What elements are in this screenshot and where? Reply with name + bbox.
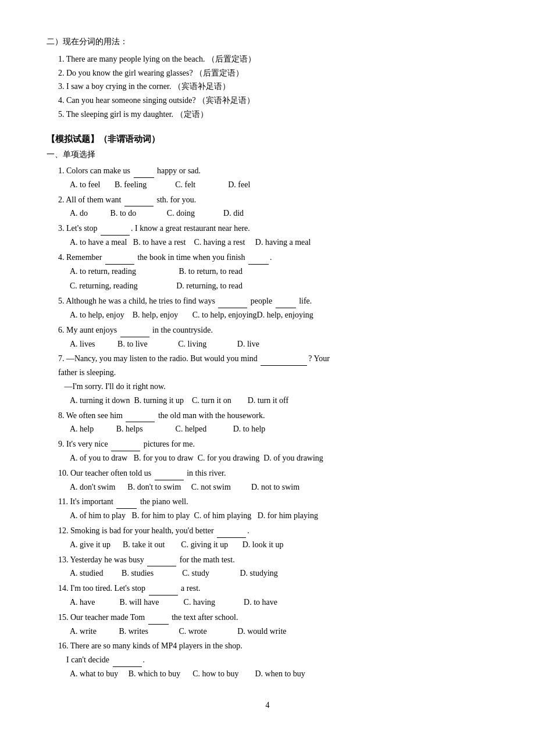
intro-example-5: 5. The sleeping girl is my daughter. （定语… <box>58 108 488 122</box>
q16-textA: 16. There are so many kinds of MP4 playe… <box>58 639 488 653</box>
q5-options: A. to help, enjoy B. help, enjoy C. to h… <box>70 308 488 322</box>
q7-options: A. turning it down B. turning it up C. t… <box>70 394 488 408</box>
main-section: 【模拟试题】（非谓语动词） 一、单项选择 1. Colors can make … <box>47 132 488 681</box>
question-13: 13. Yesterday he was busy for the math t… <box>58 553 488 581</box>
q10-text: 10. Our teacher often told us in this ri… <box>58 466 488 480</box>
intro-examples: 1. There are many people lying on the be… <box>58 52 488 122</box>
q16-textB: I can't decide . <box>58 653 488 667</box>
q12-text: 12. Smoking is bad for your health, you'… <box>58 524 488 538</box>
q7-textC: —I'm sorry. I'll do it right now. <box>58 380 488 394</box>
q11-options: A. of him to play B. for him to play C. … <box>70 509 488 523</box>
q16-options: A. what to buy B. which to buy C. how to… <box>70 667 488 681</box>
question-9: 9. It's very nice pictures for me. A. of… <box>58 437 488 465</box>
q6-options: A. lives B. to live C. living D. live <box>70 337 488 351</box>
q4-optionsAB: A. to return, reading B. to return, to r… <box>70 265 488 279</box>
q8-text: 8. We often see him the old man with the… <box>58 409 488 423</box>
q9-options: A. of you to draw B. for you to draw C. … <box>70 451 488 465</box>
q2-options: A. do B. to do C. doing D. did <box>70 206 488 220</box>
question-8: 8. We often see him the old man with the… <box>58 409 488 437</box>
question-12: 12. Smoking is bad for your health, you'… <box>58 524 488 552</box>
question-3: 3. Let's stop . I know a great restauran… <box>58 222 488 249</box>
q13-text: 13. Yesterday he was busy for the math t… <box>58 553 488 567</box>
question-15: 15. Our teacher made Tom the text after … <box>58 611 488 639</box>
q4-blank2 <box>248 264 269 265</box>
question-7: 7. —Nancy, you may listen to the radio. … <box>58 352 488 407</box>
question-1: 1. Colors can make us happy or sad. A. t… <box>58 164 488 192</box>
intro-example-2: 2. Do you know the girl wearing glasses?… <box>58 66 488 80</box>
q14-text: 14. I'm too tired. Let's stop a rest. <box>58 582 488 595</box>
q12-options: A. give it up B. take it out C. giving i… <box>70 538 488 552</box>
question-10: 10. Our teacher often told us in this ri… <box>58 466 488 494</box>
q3-options: A. to have a meal B. to have a rest C. h… <box>70 236 488 249</box>
intro-example-4: 4. Can you hear someone singing outside?… <box>58 94 488 108</box>
q2-text: 2. All of them want sth. for you. <box>58 193 488 207</box>
q3-text: 3. Let's stop . I know a great restauran… <box>58 222 488 236</box>
intro-title: 二）现在分词的用法： <box>47 35 488 49</box>
q4-text: 4. Remember the book in time when you fi… <box>58 251 488 265</box>
section-title: 【模拟试题】（非谓语动词） <box>47 132 488 147</box>
question-4: 4. Remember the book in time when you fi… <box>58 251 488 293</box>
q9-text: 9. It's very nice pictures for me. <box>58 437 488 451</box>
question-16: 16. There are so many kinds of MP4 playe… <box>58 639 488 680</box>
q13-options: A. studied B. studies C. study D. studyi… <box>70 566 488 580</box>
question-14: 14. I'm too tired. Let's stop a rest. A.… <box>58 582 488 609</box>
q7-textB: father is sleeping. <box>58 366 488 380</box>
part-title: 一、单项选择 <box>47 148 488 162</box>
q11-text: 11. It's important the piano well. <box>58 495 488 509</box>
question-11: 11. It's important the piano well. A. of… <box>58 495 488 523</box>
q15-options: A. write B. writes C. wrote D. would wri… <box>70 625 488 639</box>
question-2: 2. All of them want sth. for you. A. do … <box>58 193 488 221</box>
intro-example-3: 3. I saw a boy crying in the corner. （宾语… <box>58 80 488 94</box>
question-5: 5. Although he was a child, he tries to … <box>58 294 488 322</box>
q7-textA: 7. —Nancy, you may listen to the radio. … <box>58 352 488 366</box>
q14-options: A. have B. will have C. having D. to hav… <box>70 595 488 609</box>
intro-example-1: 1. There are many people lying on the be… <box>58 52 488 66</box>
intro-section: 二）现在分词的用法： 1. There are many people lyin… <box>47 35 488 122</box>
question-6: 6. My aunt enjoys in the countryside. A.… <box>58 323 488 351</box>
page-number: 4 <box>47 698 488 712</box>
q7-blank <box>261 365 307 366</box>
q4-optionsCD: C. returning, reading D. returning, to r… <box>70 279 488 293</box>
q10-options: A. don't swim B. don't to swim C. not sw… <box>70 480 488 494</box>
q1-text: 1. Colors can make us happy or sad. <box>58 164 488 178</box>
q6-text: 6. My aunt enjoys in the countryside. <box>58 323 488 337</box>
q1-options: A. to feel B. feeling C. felt D. feel <box>70 178 488 192</box>
q15-text: 15. Our teacher made Tom the text after … <box>58 611 488 625</box>
q8-options: A. help B. helps C. helped D. to help <box>70 422 488 436</box>
q5-text: 5. Although he was a child, he tries to … <box>58 294 488 308</box>
